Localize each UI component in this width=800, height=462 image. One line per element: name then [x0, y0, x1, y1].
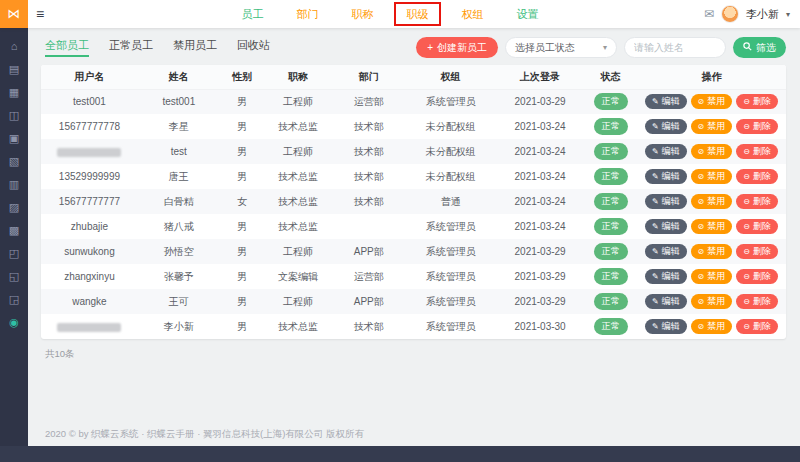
tab-4[interactable]: 回收站	[237, 38, 270, 57]
table-row: 李小新男技术总监技术部系统管理员2021-03-30正常✎编辑⊘禁用⊖删除	[41, 314, 786, 339]
cell-gender: 男	[220, 89, 265, 114]
cell-actions: ✎编辑⊘禁用⊖删除	[637, 264, 786, 289]
status-badge: 正常	[594, 293, 628, 310]
action-label: 禁用	[707, 120, 725, 133]
cell-title: 工程师	[264, 139, 331, 164]
cell-gender: 男	[220, 114, 265, 139]
edit-button[interactable]: ✎编辑	[645, 294, 687, 309]
home-icon[interactable]: ⌂	[0, 35, 28, 58]
calendar-icon[interactable]: ▣	[0, 127, 28, 150]
nav-item-1[interactable]: 员工	[225, 0, 280, 28]
delete-button[interactable]: ⊖删除	[736, 244, 778, 259]
action-label: 编辑	[662, 145, 680, 158]
tab-1[interactable]: 全部员工	[45, 38, 89, 57]
cell-actions: ✎编辑⊘禁用⊖删除	[637, 314, 786, 339]
employee-status-select[interactable]: 选择员工状态 ▾	[505, 37, 617, 58]
settings-icon[interactable]: ◉	[0, 311, 28, 334]
action-label: 删除	[753, 320, 771, 333]
cell-gender: 男	[220, 264, 265, 289]
delete-button[interactable]: ⊖删除	[736, 294, 778, 309]
delete-icon: ⊖	[743, 222, 750, 231]
edit-button[interactable]: ✎编辑	[645, 319, 687, 334]
disable-button[interactable]: ⊘禁用	[691, 294, 733, 309]
ban-icon: ⊘	[698, 247, 705, 256]
edit-icon: ✎	[652, 272, 659, 281]
delete-button[interactable]: ⊖删除	[736, 119, 778, 134]
cell-department: 技术部	[332, 189, 407, 214]
toolbar-row: 全部员工正常员工禁用员工回收站 + 创建新员工 选择员工状态 ▾ 筛选	[28, 28, 800, 65]
nav-item-6[interactable]: 设置	[500, 0, 555, 28]
mail-icon[interactable]: ✉	[704, 7, 714, 21]
tools-icon[interactable]: ◲	[0, 288, 28, 311]
projects-icon[interactable]: ▦	[0, 81, 28, 104]
delete-button[interactable]: ⊖删除	[736, 194, 778, 209]
reports-icon[interactable]: ◱	[0, 265, 28, 288]
disable-button[interactable]: ⊘禁用	[691, 244, 733, 259]
disable-button[interactable]: ⊘禁用	[691, 119, 733, 134]
employee-table: 用户名姓名性别职称部门权组上次登录状态操作 test001test001男工程师…	[41, 65, 786, 339]
column-header: 性别	[220, 65, 265, 89]
edit-icon: ✎	[652, 172, 659, 181]
disable-button[interactable]: ⊘禁用	[691, 269, 733, 284]
action-label: 禁用	[707, 320, 725, 333]
edit-button[interactable]: ✎编辑	[645, 194, 687, 209]
cell-name: 孙悟空	[138, 239, 220, 264]
cell-department: APP部	[332, 239, 407, 264]
delete-icon: ⊖	[743, 247, 750, 256]
delete-button[interactable]: ⊖删除	[736, 219, 778, 234]
tab-2[interactable]: 正常员工	[109, 38, 153, 57]
tab-3[interactable]: 禁用员工	[173, 38, 217, 57]
notebook-icon[interactable]: ▨	[0, 196, 28, 219]
gallery-icon[interactable]: ◰	[0, 242, 28, 265]
cell-username: wangke	[41, 289, 138, 314]
delete-button[interactable]: ⊖删除	[736, 319, 778, 334]
action-label: 禁用	[707, 295, 725, 308]
select-caret-icon: ▾	[603, 43, 607, 52]
edit-icon: ✎	[652, 147, 659, 156]
cell-name: 白骨精	[138, 189, 220, 214]
disable-button[interactable]: ⊘禁用	[691, 194, 733, 209]
nav-item-2[interactable]: 部门	[280, 0, 335, 28]
cell-status: 正常	[585, 314, 637, 339]
announcement-icon[interactable]: ▩	[0, 219, 28, 242]
nav-item-5[interactable]: 权组	[445, 0, 500, 28]
create-employee-button[interactable]: + 创建新员工	[416, 37, 498, 58]
brand-logo-icon[interactable]: ⋈	[0, 0, 28, 28]
edit-button[interactable]: ✎编辑	[645, 169, 687, 184]
filter-button[interactable]: 筛选	[733, 37, 786, 58]
delete-button[interactable]: ⊖删除	[736, 94, 778, 109]
cell-title: 技术总监	[264, 314, 331, 339]
edit-button[interactable]: ✎编辑	[645, 269, 687, 284]
edit-button[interactable]: ✎编辑	[645, 94, 687, 109]
user-name[interactable]: 李小新	[746, 7, 779, 22]
user-avatar[interactable]	[721, 5, 739, 23]
nav-item-4[interactable]: 职级	[390, 0, 445, 28]
cell-status: 正常	[585, 139, 637, 164]
team-icon[interactable]: ◫	[0, 104, 28, 127]
documents-icon[interactable]: ▥	[0, 173, 28, 196]
menu-toggle-icon[interactable]: ≡	[36, 0, 44, 28]
disable-button[interactable]: ⊘禁用	[691, 94, 733, 109]
name-search-input[interactable]	[624, 37, 726, 58]
apps-icon[interactable]: ▤	[0, 58, 28, 81]
disable-button[interactable]: ⊘禁用	[691, 169, 733, 184]
cell-title: 技术总监	[264, 114, 331, 139]
edit-button[interactable]: ✎编辑	[645, 119, 687, 134]
column-header: 状态	[585, 65, 637, 89]
nav-item-3[interactable]: 职称	[335, 0, 390, 28]
ban-icon: ⊘	[698, 122, 705, 131]
action-label: 禁用	[707, 270, 725, 283]
chevron-down-icon[interactable]: ▾	[786, 10, 790, 19]
edit-button[interactable]: ✎编辑	[645, 144, 687, 159]
edit-button[interactable]: ✎编辑	[645, 219, 687, 234]
edit-button[interactable]: ✎编辑	[645, 244, 687, 259]
disable-button[interactable]: ⊘禁用	[691, 144, 733, 159]
cell-name: 唐王	[138, 164, 220, 189]
delete-button[interactable]: ⊖删除	[736, 169, 778, 184]
delete-button[interactable]: ⊖删除	[736, 269, 778, 284]
cell-status: 正常	[585, 89, 637, 114]
disable-button[interactable]: ⊘禁用	[691, 219, 733, 234]
disable-button[interactable]: ⊘禁用	[691, 319, 733, 334]
delete-button[interactable]: ⊖删除	[736, 144, 778, 159]
tasks-icon[interactable]: ▧	[0, 150, 28, 173]
